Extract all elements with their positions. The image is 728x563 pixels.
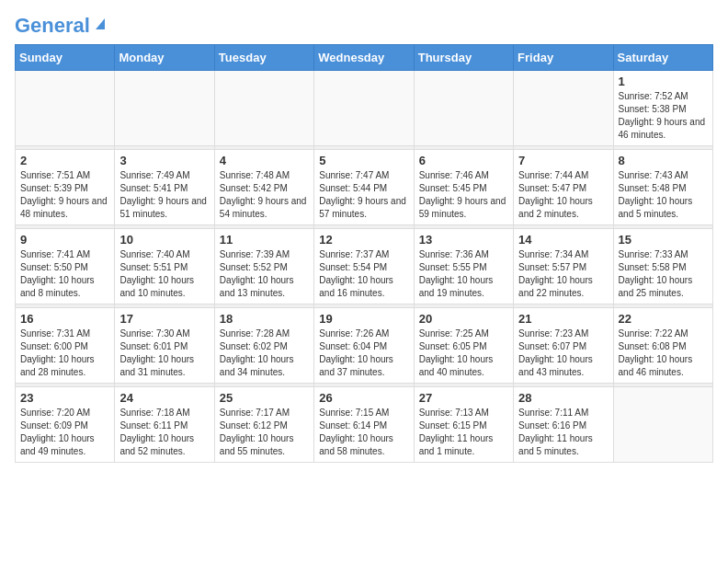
calendar-cell: 14Sunrise: 7:34 AM Sunset: 5:57 PM Dayli… — [514, 229, 613, 304]
calendar-cell: 9Sunrise: 7:41 AM Sunset: 5:50 PM Daylig… — [16, 229, 115, 304]
day-info: Sunrise: 7:13 AM Sunset: 6:15 PM Dayligh… — [419, 407, 508, 458]
day-info: Sunrise: 7:49 AM Sunset: 5:41 PM Dayligh… — [119, 169, 209, 221]
calendar-week-3: 9Sunrise: 7:41 AM Sunset: 5:50 PM Daylig… — [16, 229, 713, 304]
day-number: 12 — [319, 233, 408, 247]
day-number: 7 — [518, 154, 608, 167]
day-info: Sunrise: 7:34 AM Sunset: 5:57 PM Dayligh… — [518, 248, 608, 300]
calendar-week-4: 16Sunrise: 7:31 AM Sunset: 6:00 PM Dayli… — [16, 308, 713, 384]
col-header-saturday: Saturday — [613, 45, 712, 71]
calendar-cell: 17Sunrise: 7:30 AM Sunset: 6:01 PM Dayli… — [115, 308, 214, 384]
day-info: Sunrise: 7:41 AM Sunset: 5:50 PM Dayligh… — [20, 248, 109, 300]
day-number: 16 — [20, 312, 109, 326]
day-info: Sunrise: 7:48 AM Sunset: 5:42 PM Dayligh… — [220, 169, 309, 221]
col-header-thursday: Thursday — [414, 45, 513, 71]
day-info: Sunrise: 7:30 AM Sunset: 6:01 PM Dayligh… — [119, 327, 209, 379]
calendar-cell — [514, 71, 613, 146]
calendar-cell: 2Sunrise: 7:51 AM Sunset: 5:39 PM Daylig… — [16, 150, 115, 225]
day-number: 8 — [619, 154, 708, 167]
day-info: Sunrise: 7:31 AM Sunset: 6:00 PM Dayligh… — [20, 327, 109, 379]
calendar-cell: 10Sunrise: 7:40 AM Sunset: 5:51 PM Dayli… — [115, 229, 214, 304]
day-info: Sunrise: 7:23 AM Sunset: 6:07 PM Dayligh… — [518, 327, 608, 379]
day-number: 21 — [518, 312, 608, 326]
day-number: 6 — [419, 154, 508, 167]
day-info: Sunrise: 7:15 AM Sunset: 6:14 PM Dayligh… — [319, 407, 408, 458]
day-number: 18 — [220, 312, 309, 326]
calendar-cell: 16Sunrise: 7:31 AM Sunset: 6:00 PM Dayli… — [16, 308, 115, 384]
calendar-cell: 19Sunrise: 7:26 AM Sunset: 6:04 PM Dayli… — [314, 308, 414, 384]
calendar-cell: 21Sunrise: 7:23 AM Sunset: 6:07 PM Dayli… — [514, 308, 613, 384]
calendar-cell: 24Sunrise: 7:18 AM Sunset: 6:11 PM Dayli… — [115, 387, 214, 463]
day-number: 10 — [119, 233, 209, 247]
page-header: General — [15, 15, 713, 33]
calendar-cell: 26Sunrise: 7:15 AM Sunset: 6:14 PM Dayli… — [314, 387, 414, 463]
day-info: Sunrise: 7:17 AM Sunset: 6:12 PM Dayligh… — [220, 407, 309, 458]
calendar-cell: 12Sunrise: 7:37 AM Sunset: 5:54 PM Dayli… — [314, 229, 414, 304]
day-number: 13 — [419, 233, 508, 247]
day-info: Sunrise: 7:44 AM Sunset: 5:47 PM Dayligh… — [518, 169, 608, 221]
calendar-cell — [16, 71, 115, 146]
day-number: 1 — [619, 75, 708, 88]
day-info: Sunrise: 7:18 AM Sunset: 6:11 PM Dayligh… — [119, 407, 209, 458]
day-number: 14 — [518, 233, 608, 247]
calendar-cell: 18Sunrise: 7:28 AM Sunset: 6:02 PM Dayli… — [214, 308, 313, 384]
calendar-cell: 7Sunrise: 7:44 AM Sunset: 5:47 PM Daylig… — [514, 150, 613, 225]
day-info: Sunrise: 7:22 AM Sunset: 6:08 PM Dayligh… — [619, 327, 708, 379]
day-info: Sunrise: 7:51 AM Sunset: 5:39 PM Dayligh… — [20, 169, 109, 221]
calendar-cell: 6Sunrise: 7:46 AM Sunset: 5:45 PM Daylig… — [414, 150, 513, 225]
day-info: Sunrise: 7:36 AM Sunset: 5:55 PM Dayligh… — [419, 248, 508, 300]
calendar-cell: 8Sunrise: 7:43 AM Sunset: 5:48 PM Daylig… — [613, 150, 712, 225]
col-header-monday: Monday — [115, 45, 214, 71]
logo-icon — [92, 15, 108, 31]
day-info: Sunrise: 7:28 AM Sunset: 6:02 PM Dayligh… — [220, 327, 309, 379]
col-header-wednesday: Wednesday — [314, 45, 414, 71]
day-number: 20 — [419, 312, 508, 326]
day-info: Sunrise: 7:46 AM Sunset: 5:45 PM Dayligh… — [419, 169, 508, 221]
day-number: 4 — [220, 154, 309, 167]
day-info: Sunrise: 7:47 AM Sunset: 5:44 PM Dayligh… — [319, 169, 408, 221]
day-info: Sunrise: 7:52 AM Sunset: 5:38 PM Dayligh… — [619, 90, 708, 142]
day-number: 25 — [220, 391, 309, 405]
calendar-week-2: 2Sunrise: 7:51 AM Sunset: 5:39 PM Daylig… — [16, 150, 713, 225]
col-header-friday: Friday — [514, 45, 613, 71]
calendar-week-1: 1Sunrise: 7:52 AM Sunset: 5:38 PM Daylig… — [16, 71, 713, 146]
calendar-cell — [214, 71, 313, 146]
day-info: Sunrise: 7:40 AM Sunset: 5:51 PM Dayligh… — [119, 248, 209, 300]
calendar-cell: 25Sunrise: 7:17 AM Sunset: 6:12 PM Dayli… — [214, 387, 313, 463]
calendar-cell: 5Sunrise: 7:47 AM Sunset: 5:44 PM Daylig… — [314, 150, 414, 225]
day-number: 2 — [20, 154, 109, 167]
day-number: 3 — [119, 154, 209, 167]
day-number: 26 — [319, 391, 408, 405]
day-info: Sunrise: 7:25 AM Sunset: 6:05 PM Dayligh… — [419, 327, 508, 379]
calendar-cell: 22Sunrise: 7:22 AM Sunset: 6:08 PM Dayli… — [613, 308, 712, 384]
day-info: Sunrise: 7:33 AM Sunset: 5:58 PM Dayligh… — [619, 248, 708, 300]
day-number: 11 — [220, 233, 309, 247]
day-info: Sunrise: 7:39 AM Sunset: 5:52 PM Dayligh… — [220, 248, 309, 300]
calendar-cell: 27Sunrise: 7:13 AM Sunset: 6:15 PM Dayli… — [414, 387, 513, 463]
calendar-cell: 4Sunrise: 7:48 AM Sunset: 5:42 PM Daylig… — [214, 150, 313, 225]
calendar-week-5: 23Sunrise: 7:20 AM Sunset: 6:09 PM Dayli… — [16, 387, 713, 463]
day-number: 22 — [619, 312, 708, 326]
day-number: 9 — [20, 233, 109, 247]
day-number: 19 — [319, 312, 408, 326]
svg-marker-0 — [96, 18, 105, 29]
calendar-cell — [314, 71, 414, 146]
logo-text: General — [15, 15, 90, 37]
calendar-header-row: SundayMondayTuesdayWednesdayThursdayFrid… — [16, 45, 713, 71]
col-header-sunday: Sunday — [16, 45, 115, 71]
calendar-cell: 15Sunrise: 7:33 AM Sunset: 5:58 PM Dayli… — [613, 229, 712, 304]
day-info: Sunrise: 7:37 AM Sunset: 5:54 PM Dayligh… — [319, 248, 408, 300]
day-info: Sunrise: 7:11 AM Sunset: 6:16 PM Dayligh… — [518, 407, 608, 458]
logo: General — [15, 15, 108, 33]
calendar-cell: 1Sunrise: 7:52 AM Sunset: 5:38 PM Daylig… — [613, 71, 712, 146]
calendar-cell: 20Sunrise: 7:25 AM Sunset: 6:05 PM Dayli… — [414, 308, 513, 384]
calendar-cell — [115, 71, 214, 146]
day-number: 27 — [419, 391, 508, 405]
calendar-cell: 11Sunrise: 7:39 AM Sunset: 5:52 PM Dayli… — [214, 229, 313, 304]
calendar-cell: 28Sunrise: 7:11 AM Sunset: 6:16 PM Dayli… — [514, 387, 613, 463]
calendar-cell — [613, 387, 712, 463]
calendar-cell: 23Sunrise: 7:20 AM Sunset: 6:09 PM Dayli… — [16, 387, 115, 463]
day-info: Sunrise: 7:43 AM Sunset: 5:48 PM Dayligh… — [619, 169, 708, 221]
day-number: 5 — [319, 154, 408, 167]
day-info: Sunrise: 7:20 AM Sunset: 6:09 PM Dayligh… — [20, 407, 109, 458]
day-number: 23 — [20, 391, 109, 405]
